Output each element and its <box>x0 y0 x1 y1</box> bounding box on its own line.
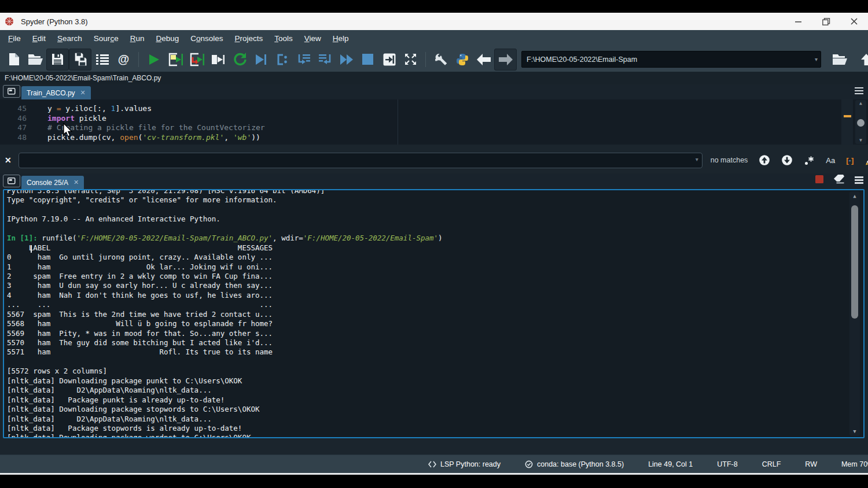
working-dir-value: F:\HOME\20-05-2022\Email-Spam <box>527 56 637 64</box>
find-previous-button[interactable] <box>759 154 770 166</box>
forward-button[interactable] <box>494 49 517 71</box>
highlight-matches-button[interactable] <box>865 154 868 166</box>
clear-console-button[interactable] <box>833 174 845 186</box>
menu-item-help[interactable]: Help <box>327 34 355 43</box>
minimize-button[interactable] <box>785 13 812 30</box>
continue-button[interactable] <box>336 49 357 70</box>
chevron-down-icon[interactable]: ▾ <box>696 156 698 162</box>
stop-icon <box>362 54 373 65</box>
regex-toggle-button[interactable] <box>804 155 815 166</box>
working-dir-combobox[interactable]: F:\HOME\20-05-2022\Email-Spam ▾ <box>521 51 821 68</box>
menu-item-source[interactable]: Source <box>88 34 124 43</box>
tab-close-icon[interactable]: ✕ <box>73 179 79 186</box>
search-input[interactable]: ▾ <box>19 153 703 168</box>
menu-item-tools[interactable]: Tools <box>269 34 299 43</box>
find-symbols-button[interactable]: @ <box>113 49 134 70</box>
console-output: Python 3.8.5 (default, Sep 3 2020, 21:29… <box>4 189 863 438</box>
save-button[interactable] <box>46 49 69 71</box>
browse-tabs-button[interactable] <box>3 85 20 98</box>
main-toolbar: @ <box>0 47 868 72</box>
line-number: 45 <box>0 104 27 114</box>
continue-icon <box>340 54 354 65</box>
regex-icon <box>804 155 815 166</box>
open-file-button[interactable] <box>25 49 46 70</box>
outline-button[interactable] <box>91 49 113 70</box>
tab-console[interactable]: Console 25/A ✕ <box>21 176 84 189</box>
preferences-button[interactable] <box>430 49 451 70</box>
title-bar: Spyder (Python 3.8) <box>0 13 868 30</box>
tab-close-icon[interactable]: ✕ <box>80 89 86 97</box>
interrupt-kernel-button[interactable] <box>815 175 823 186</box>
menu-item-view[interactable]: View <box>299 34 327 43</box>
console-line: [5572 rows x 2 columns] <box>7 367 863 376</box>
editor-options-menu-icon[interactable] <box>855 87 863 95</box>
code-editor[interactable]: 45y = y.iloc[:, 1].values46import pickle… <box>0 99 868 145</box>
menu-item-consoles[interactable]: Consoles <box>185 34 229 43</box>
ipython-console[interactable]: Python 3.8.5 (default, Sep 3 2020, 21:29… <box>3 189 865 438</box>
browse-working-dir-button[interactable] <box>829 49 851 70</box>
stop-button[interactable] <box>357 49 378 70</box>
browse-tabs-icon <box>8 88 16 95</box>
save-all-button[interactable] <box>69 49 91 71</box>
console-options-menu-icon[interactable] <box>855 176 863 184</box>
console-line: [nltk_data] Downloading package stopword… <box>7 405 863 414</box>
run-file-button[interactable] <box>143 49 164 70</box>
tab-train-abco[interactable]: Train_ABCO.py ✕ <box>21 86 91 99</box>
scroll-down-icon[interactable]: ▼ <box>855 138 866 143</box>
scroll-flag-column <box>841 99 853 145</box>
new-file-button[interactable] <box>3 49 25 70</box>
back-arrow-icon <box>476 54 491 65</box>
run-selection-button[interactable] <box>207 49 229 70</box>
menu-item-debug[interactable]: Debug <box>150 34 185 43</box>
back-button[interactable] <box>473 49 494 70</box>
parent-dir-button[interactable] <box>855 49 868 70</box>
step-into-button[interactable] <box>293 49 314 70</box>
open-folder-icon <box>28 53 43 65</box>
run-to-line-icon <box>255 53 267 66</box>
chevron-down-icon[interactable]: ▾ <box>815 56 818 62</box>
scroll-up-icon[interactable]: ▲ <box>849 193 860 199</box>
step-return-icon <box>318 53 332 66</box>
restore-button[interactable] <box>812 13 840 30</box>
fullscreen-button[interactable] <box>400 49 421 70</box>
rerun-icon <box>233 53 247 66</box>
find-previous-icon <box>759 154 770 166</box>
at-symbol-icon: @ <box>118 53 130 66</box>
console-tab-bar: Console 25/A ✕ <box>0 173 868 189</box>
eraser-icon <box>833 174 845 184</box>
step-return-button[interactable] <box>314 49 336 70</box>
wrench-icon <box>434 53 448 66</box>
find-next-icon <box>781 154 793 166</box>
console-scrollbar[interactable]: ▲ ▼ <box>849 191 860 436</box>
case-sensitive-toggle[interactable]: Aa <box>826 156 835 165</box>
run-to-line-button[interactable] <box>250 49 271 70</box>
rerun-cell-button[interactable] <box>229 49 250 70</box>
conda-env-status[interactable]: conda: base (Python 3.8.5) <box>525 460 624 468</box>
run-cell-button[interactable] <box>164 49 186 70</box>
find-next-button[interactable] <box>781 154 793 166</box>
window-title: Spyder (Python 3.8) <box>21 17 88 26</box>
whole-words-toggle[interactable]: [-] <box>846 156 854 165</box>
menu-item-run[interactable]: Run <box>124 34 150 43</box>
menu-item-projects[interactable]: Projects <box>229 34 269 43</box>
maximize-pane-button[interactable] <box>378 49 400 70</box>
close-find-icon[interactable]: ✕ <box>5 156 12 165</box>
menu-item-file[interactable]: File <box>2 34 27 43</box>
python-env-button[interactable] <box>451 49 473 70</box>
scroll-up-icon[interactable]: ▲ <box>855 101 866 106</box>
lsp-status[interactable]: LSP Python: ready <box>428 460 501 468</box>
browse-tabs-button[interactable] <box>3 175 20 187</box>
run-cell-advance-button[interactable] <box>186 49 207 70</box>
debug-cell-button[interactable] <box>271 49 293 70</box>
conda-icon <box>525 460 533 468</box>
console-scrollbar-thumb[interactable] <box>851 205 858 319</box>
close-button[interactable] <box>840 13 868 30</box>
editor-scrollbar[interactable]: ▲ ▼ <box>855 100 866 144</box>
new-file-icon <box>8 53 20 66</box>
menu-item-edit[interactable]: Edit <box>27 34 52 43</box>
console-line: 5568 ham Will ü b going to esplanade fr … <box>7 319 863 328</box>
console-line: Type "copyright", "credits" or "license"… <box>7 195 863 205</box>
menu-item-search[interactable]: Search <box>52 34 88 43</box>
editor-scrollbar-thumb[interactable] <box>857 119 865 127</box>
scroll-down-icon[interactable]: ▼ <box>849 428 860 435</box>
